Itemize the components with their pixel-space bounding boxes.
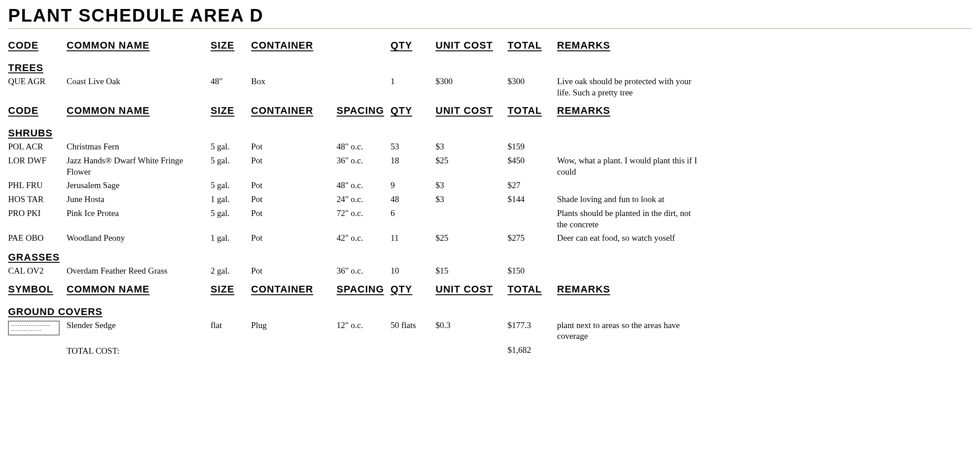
hdr-container: CONTAINER (251, 102, 337, 121)
table-cell: flat (211, 319, 251, 333)
page-title: PLANT SCHEDULE AREA D (8, 5, 972, 28)
hdr-qty: QTY (391, 281, 436, 300)
title-rule (8, 28, 972, 29)
hdr-unit: UNIT COST (436, 281, 508, 300)
table-cell: $3 (436, 140, 508, 154)
table-cell (436, 207, 508, 209)
table-cell: 36" o.c. (337, 154, 391, 168)
table-cell: $25 (436, 154, 508, 168)
table-cell: HOS TAR (8, 193, 67, 207)
table-cell: LOR DWF (8, 154, 67, 168)
table-cell: 10 (391, 264, 436, 278)
table-cell (557, 140, 701, 143)
table-cell: 1 gal. (211, 231, 251, 245)
category-trees: TREES (8, 56, 701, 75)
table-cell: Overdam Feather Reed Grass (67, 264, 211, 278)
hdr-spacing: SPACING (337, 281, 391, 300)
table-cell: Pot (251, 179, 337, 193)
table-cell: 36" o.c. (337, 264, 391, 278)
table-cell: Box (251, 75, 337, 89)
table-cell: $27 (508, 179, 557, 193)
table-cell: Deer can eat food, so watch yoself (557, 231, 701, 245)
hdr-unit: UNIT COST (436, 102, 508, 121)
hdr-symbol: SYMBOL (8, 281, 67, 300)
table-cell: $0.3 (436, 319, 508, 333)
blank (337, 343, 391, 346)
table-cell: $177.3 (508, 319, 557, 333)
table-cell: Plug (251, 319, 337, 333)
table-cell: 72" o.c. (337, 207, 391, 220)
table-cell: $300 (508, 75, 557, 89)
table-cell: 9 (391, 179, 436, 193)
table-cell: Christmas Fern (67, 140, 211, 154)
table-cell: Pot (251, 207, 337, 220)
table-cell: Pot (251, 193, 337, 207)
hdr-total: TOTAL (508, 281, 557, 300)
hdr-name: COMMON NAME (67, 37, 211, 56)
hdr-name: COMMON NAME (67, 102, 211, 121)
blank (557, 343, 701, 346)
table-cell: 2 gal. (211, 264, 251, 278)
table-cell: Wow, what a plant. I would plant this if… (557, 154, 701, 179)
table-cell: $144 (508, 193, 557, 207)
table-cell: 1 gal. (211, 193, 251, 207)
table-cell: 5 gal. (211, 179, 251, 193)
table-cell: 48" o.c. (337, 179, 391, 193)
hdr-remarks: REMARKS (557, 281, 701, 300)
table-cell: 18 (391, 154, 436, 168)
table-cell: 5 gal. (211, 207, 251, 220)
category-ground-covers: GROUND COVERS (8, 300, 701, 319)
blank (211, 343, 251, 346)
table-cell: Woodland Peony (67, 231, 211, 245)
table-cell: $25 (436, 231, 508, 245)
hdr-unit: UNIT COST (436, 37, 508, 56)
blank (436, 343, 508, 346)
table-cell: 50 flats (391, 319, 436, 333)
table-cell (557, 264, 701, 267)
blank (391, 343, 436, 346)
table-cell: PRO PKI (8, 207, 67, 220)
table-cell: $300 (436, 75, 508, 89)
hdr-qty: QTY (391, 102, 436, 121)
hdr-code: CODE (8, 37, 67, 56)
table-cell (337, 75, 391, 77)
hdr-total: TOTAL (508, 102, 557, 121)
total-cost-value: $1,682 (508, 343, 557, 357)
table-cell: PHL FRU (8, 179, 67, 193)
table-cell: Pink Ice Protea (67, 207, 211, 220)
hdr-remarks: REMARKS (557, 102, 701, 121)
hdr-qty: QTY (391, 37, 436, 56)
table-cell: CAL OV2 (8, 264, 67, 278)
table-cell: 1 (391, 75, 436, 89)
hdr-remarks: REMARKS (557, 37, 701, 56)
hdr-code: CODE (8, 102, 67, 121)
table-cell: PAE OBO (8, 231, 67, 245)
table-cell: Jerusalem Sage (67, 179, 211, 193)
table-cell: 11 (391, 231, 436, 245)
table-cell: $159 (508, 140, 557, 154)
table-cell: 5 gal. (211, 154, 251, 168)
table-cell: 42" o.c. (337, 231, 391, 245)
table-cell: Pot (251, 140, 337, 154)
table-cell: $150 (508, 264, 557, 278)
table-cell: 48 (391, 193, 436, 207)
table-cell: 53 (391, 140, 436, 154)
table-cell: $450 (508, 154, 557, 168)
table-cell: 12" o.c. (337, 319, 391, 333)
category-shrubs: SHRUBS (8, 121, 701, 140)
table-cell (508, 207, 557, 209)
table-cell (557, 179, 701, 181)
table-cell: $3 (436, 179, 508, 193)
table-cell: Plants should be planted in the dirt, no… (557, 207, 701, 231)
hdr-container: CONTAINER (251, 37, 337, 56)
hdr-size: SIZE (211, 37, 251, 56)
table-cell: plant next to areas so the areas have co… (557, 319, 701, 343)
table-cell: Pot (251, 264, 337, 278)
hdr-total: TOTAL (508, 37, 557, 56)
table-cell: 48" (211, 75, 251, 89)
table-cell: June Hosta (67, 193, 211, 207)
table-cell: Pot (251, 231, 337, 245)
schedule-grid: CODE COMMON NAME SIZE CONTAINER QTY UNIT… (8, 37, 972, 359)
table-cell: $275 (508, 231, 557, 245)
blank (251, 343, 337, 346)
